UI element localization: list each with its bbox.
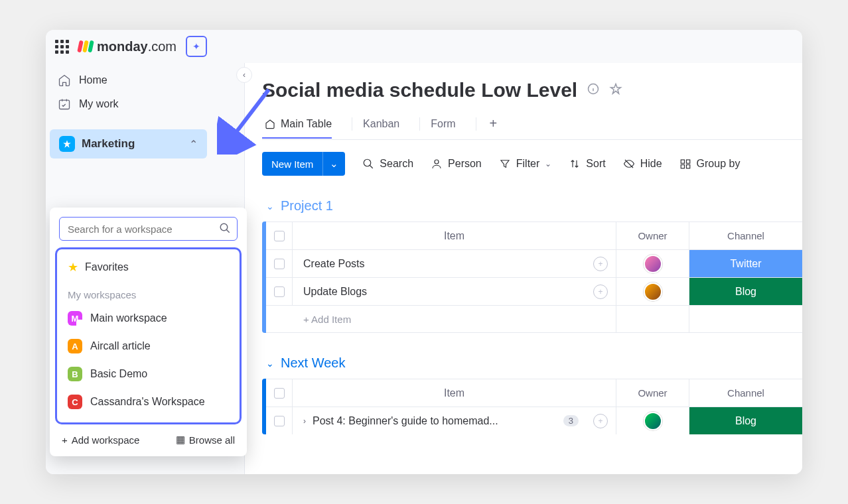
- workspace-item-cassandra[interactable]: C Cassandra's Workspace: [61, 388, 236, 416]
- workspace-more-button[interactable]: ⋯: [211, 136, 244, 152]
- conversation-icon[interactable]: [593, 257, 608, 271]
- nav-mywork[interactable]: My work: [46, 92, 244, 116]
- person-label: Person: [448, 158, 482, 170]
- col-header-item[interactable]: Item: [293, 222, 616, 249]
- workspace-item-label: Basic Demo: [90, 368, 147, 380]
- chevron-down-icon: ⌄: [545, 159, 551, 168]
- avatar-icon: [644, 255, 662, 273]
- checkbox-all[interactable]: [274, 388, 285, 399]
- info-icon[interactable]: [587, 82, 600, 98]
- workspace-item-label: Aircall article: [90, 340, 151, 352]
- item-name-cell[interactable]: Create Posts: [293, 250, 616, 277]
- workspace-search-input[interactable]: [59, 217, 238, 241]
- browse-all-button[interactable]: ▦Browse all: [176, 434, 235, 446]
- sort-tool[interactable]: Sort: [569, 158, 605, 170]
- favorites-label: Favorites: [85, 261, 129, 273]
- board-title[interactable]: Social media schedule Low Level: [262, 79, 577, 101]
- expand-subitems-icon[interactable]: ›: [303, 416, 306, 426]
- sidebar-collapse-button[interactable]: ‹: [236, 67, 252, 83]
- nav-home[interactable]: Home: [46, 68, 244, 92]
- conversation-icon[interactable]: [593, 284, 608, 299]
- channel-cell[interactable]: Twitter: [689, 250, 802, 277]
- subitems-count-badge: 3: [563, 415, 579, 426]
- workspace-avatar-m-icon: M: [68, 311, 82, 326]
- chevron-up-icon: ⌃: [189, 138, 198, 151]
- apps-grid-icon[interactable]: [55, 40, 69, 54]
- svg-point-3: [364, 159, 372, 166]
- nav-home-label: Home: [79, 74, 107, 86]
- owner-cell[interactable]: [616, 407, 689, 434]
- plus-icon: +: [62, 434, 68, 446]
- add-workspace-button[interactable]: +Add workspace: [62, 434, 139, 446]
- tab-form-label: Form: [431, 118, 455, 130]
- workspace-chip[interactable]: ✦: [186, 36, 207, 57]
- group-by-label: Group by: [697, 158, 741, 170]
- workspace-item-label: Main workspace: [90, 312, 167, 324]
- new-item-button[interactable]: New Item ⌄: [262, 152, 345, 176]
- tab-separator: [419, 117, 420, 131]
- workspace-item-aircall[interactable]: A Aircall article: [61, 332, 236, 360]
- group-by-tool[interactable]: Group by: [679, 158, 741, 170]
- tab-add-button[interactable]: +: [484, 116, 503, 139]
- workspace-item-basic[interactable]: B Basic Demo: [61, 360, 236, 388]
- brand-logo[interactable]: monday.com: [78, 39, 177, 54]
- item-name-cell[interactable]: › Post 4: Beginner's guide to homemad...…: [293, 407, 616, 434]
- channel-cell[interactable]: Blog: [689, 407, 802, 434]
- group-project-1: ⌄ Project 1 Item Owner Channel Create Po…: [262, 198, 802, 333]
- person-tool[interactable]: Person: [431, 158, 482, 170]
- chevron-down-icon[interactable]: ⌄: [322, 152, 345, 176]
- workspace-item-main[interactable]: M Main workspace: [61, 304, 236, 332]
- checkbox-all[interactable]: [274, 231, 285, 241]
- star-outline-icon[interactable]: [609, 82, 622, 98]
- star-icon: ★: [68, 260, 78, 275]
- search-icon: [362, 158, 374, 170]
- chevron-down-icon: ⌄: [266, 201, 274, 212]
- tab-main-table[interactable]: Main Table: [262, 118, 344, 138]
- workspace-list-highlight: ★ Favorites My workspaces M Main workspa…: [55, 247, 242, 424]
- table-row: Create Posts Twitter: [266, 249, 802, 277]
- workspace-item-label: Cassandra's Workspace: [90, 396, 205, 408]
- add-item-row[interactable]: + Add Item: [266, 305, 802, 333]
- filter-icon: [499, 158, 511, 170]
- col-header-owner[interactable]: Owner: [616, 379, 689, 407]
- checkbox[interactable]: [274, 416, 285, 426]
- person-icon: [431, 158, 443, 170]
- main-content: Social media schedule Low Level Main Tab…: [245, 63, 802, 474]
- table-header: Item Owner Channel: [266, 221, 802, 249]
- table-row: › Post 4: Beginner's guide to homemad...…: [266, 407, 802, 434]
- add-workspace-label: Add workspace: [72, 434, 140, 446]
- channel-cell[interactable]: Blog: [689, 278, 802, 305]
- tab-kanban[interactable]: Kanban: [360, 118, 411, 138]
- search-label: Search: [380, 158, 413, 170]
- owner-cell[interactable]: [616, 250, 689, 277]
- workspace-avatar-b-icon: B: [68, 367, 82, 381]
- group-name: Project 1: [281, 198, 333, 214]
- group-table: Item Owner Channel › Post 4: Beginner's …: [262, 379, 802, 434]
- checkbox[interactable]: [274, 259, 285, 269]
- col-header-channel[interactable]: Channel: [689, 379, 802, 407]
- conversation-icon[interactable]: [593, 414, 608, 428]
- tab-main-label: Main Table: [281, 118, 332, 130]
- filter-tool[interactable]: Filter ⌄: [499, 158, 552, 170]
- tab-separator: [476, 117, 476, 131]
- svg-rect-6: [686, 160, 689, 163]
- tab-form[interactable]: Form: [428, 118, 467, 138]
- col-header-item[interactable]: Item: [293, 379, 616, 407]
- group-header[interactable]: ⌄ Project 1: [262, 198, 802, 214]
- col-header-channel[interactable]: Channel: [689, 222, 802, 249]
- col-header-owner[interactable]: Owner: [616, 222, 689, 249]
- owner-cell[interactable]: [616, 278, 689, 305]
- search-tool[interactable]: Search: [362, 158, 413, 170]
- workspace-selector[interactable]: Marketing ⌃: [50, 129, 207, 158]
- item-name: Post 4: Beginner's guide to homemad...: [313, 415, 498, 427]
- brand-text-bold: monday: [97, 39, 148, 54]
- checkbox[interactable]: [274, 286, 285, 297]
- favorites-row[interactable]: ★ Favorites: [61, 255, 236, 280]
- item-name-cell[interactable]: Update Blogs: [293, 278, 616, 305]
- item-name: Create Posts: [303, 258, 364, 270]
- channel-chip: Blog: [689, 407, 802, 434]
- svg-rect-8: [686, 165, 689, 168]
- sort-icon: [569, 158, 581, 170]
- group-header[interactable]: ⌄ Next Week: [262, 355, 802, 371]
- hide-tool[interactable]: Hide: [623, 158, 662, 170]
